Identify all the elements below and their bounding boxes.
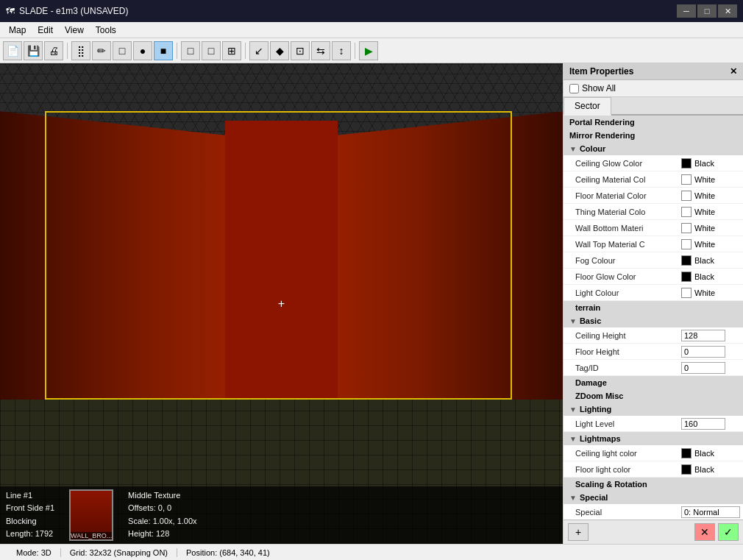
wall-right [327, 111, 563, 423]
tb-select1[interactable]: □ [181, 41, 200, 60]
menu-map[interactable]: Map [3, 24, 32, 37]
wall-bottom-swatch[interactable] [681, 223, 692, 233]
prop-wall-bottom: Wall Bottom Materi White [564, 220, 743, 236]
floor-light-color-value[interactable]: Black [681, 464, 740, 475]
ceiling-light-color-text: Black [694, 449, 714, 458]
scale: Scale: 1.00x, 1.00x [128, 515, 197, 528]
tb-snap[interactable]: ◆ [270, 41, 289, 60]
maximize-button[interactable]: □ [697, 4, 717, 18]
ceiling-glow-swatch[interactable] [681, 158, 692, 169]
light-colour-swatch[interactable] [681, 288, 692, 298]
floor-light-color-swatch[interactable] [681, 464, 692, 475]
props-list[interactable]: Portal Rendering Mirror Rendering ▼ Colo… [564, 116, 743, 520]
ceiling-glow-value[interactable]: Black [681, 158, 740, 169]
light-level-input[interactable] [681, 418, 725, 430]
tb-circle[interactable]: ● [133, 41, 152, 60]
tb-move[interactable]: ↙ [249, 41, 269, 60]
lightmaps-collapse-icon: ▼ [569, 435, 577, 443]
prop-floor-height: Floor Height [564, 344, 743, 360]
viewport-info: Line #1 Front Side #1 Blocking Length: 1… [0, 486, 563, 544]
section-colour[interactable]: ▼ Colour [564, 142, 743, 155]
tab-sector[interactable]: Sector [564, 97, 611, 116]
wall-top-swatch[interactable] [681, 239, 692, 249]
light-level-name: Light Level [575, 419, 681, 428]
wall-left [0, 111, 236, 423]
menu-tools[interactable]: Tools [90, 24, 122, 37]
panel-close-icon[interactable]: ✕ [730, 66, 737, 77]
show-all-checkbox[interactable] [569, 84, 579, 93]
tb-run[interactable]: ▶ [359, 41, 378, 60]
floor-height-value[interactable] [681, 346, 740, 358]
menu-bar: Map Edit View Tools [0, 22, 743, 38]
tb-new[interactable]: 📄 [3, 41, 22, 60]
thing-material-name: Thing Material Colo [575, 208, 681, 216]
prop-floor-material: Floor Material Color White [564, 188, 743, 204]
section-portal-rendering[interactable]: Portal Rendering [564, 116, 743, 129]
section-lighting[interactable]: ▼ Lighting [564, 403, 743, 416]
height: Height: 128 [128, 528, 197, 541]
portal-rendering-label: Portal Rendering [569, 118, 635, 127]
tag-id-input[interactable] [681, 362, 725, 374]
tb-save[interactable]: 💾 [24, 41, 43, 60]
light-colour-value[interactable]: White [681, 288, 740, 298]
toolbar: 📄 💾 🖨 ⣿ ✏ □ ● ■ □ □ ⊞ ↙ ◆ ⊡ ⇆ ↕ ▶ [0, 38, 743, 63]
section-lightmaps[interactable]: ▼ Lightmaps [564, 432, 743, 445]
title-bar-controls[interactable]: ─ □ ✕ [677, 4, 737, 18]
confirm-button[interactable]: ✓ [718, 523, 739, 541]
floor-glow-value[interactable]: Black [681, 272, 740, 282]
damage-label: Damage [575, 378, 607, 387]
floor-height-name: Floor Height [575, 347, 681, 356]
tb-fill[interactable]: ■ [154, 41, 173, 60]
tb-select2[interactable]: □ [202, 41, 221, 60]
floor-material-value[interactable]: White [681, 191, 740, 201]
section-basic[interactable]: ▼ Basic [564, 314, 743, 327]
section-special[interactable]: ▼ Special [564, 491, 743, 504]
prop-ceiling-light-color: Ceiling light color Black [564, 445, 743, 461]
delete-button[interactable]: ✕ [694, 523, 715, 541]
tb-grid2[interactable]: ⊞ [222, 41, 241, 60]
lighting-collapse-icon: ▼ [569, 405, 577, 414]
special-collapse-icon: ▼ [569, 494, 577, 502]
tb-print[interactable]: 🖨 [44, 41, 63, 60]
menu-view[interactable]: View [59, 24, 90, 37]
ceiling-light-color-value[interactable]: Black [681, 448, 740, 458]
ceiling-height-value[interactable] [681, 330, 740, 341]
wall-top-value[interactable]: White [681, 239, 740, 249]
tb-align[interactable]: ↕ [332, 41, 351, 60]
add-property-button[interactable]: + [568, 523, 589, 541]
ceiling-height-name: Ceiling Height [575, 331, 681, 340]
section-zdoom-misc: ZDoom Misc [564, 389, 743, 403]
ceiling-material-value[interactable]: White [681, 174, 740, 185]
viewport[interactable]: + Line #1 Front Side #1 Blocking Length:… [0, 63, 563, 544]
special-value[interactable] [681, 506, 740, 518]
mode-status: Mode: 3D [7, 548, 61, 557]
ceiling-light-color-swatch[interactable] [681, 448, 692, 458]
fog-colour-value[interactable]: Black [681, 255, 740, 266]
floor-material-swatch[interactable] [681, 191, 692, 201]
tb-grid[interactable]: ⣿ [71, 41, 90, 60]
lighting-label: Lighting [580, 405, 611, 414]
texture-name: WALL_BRO... [71, 532, 112, 539]
tb-draw[interactable]: ✏ [92, 41, 111, 60]
thing-material-value[interactable]: White [681, 207, 740, 217]
ceiling-material-swatch[interactable] [681, 174, 692, 185]
panel-bottom: + ✕ ✓ [564, 520, 743, 544]
thing-material-swatch[interactable] [681, 207, 692, 217]
ceiling-height-input[interactable] [681, 330, 725, 341]
floor-glow-swatch[interactable] [681, 272, 692, 282]
prop-floor-glow: Floor Glow Color Black [564, 269, 743, 285]
grid-status: Grid: 32x32 (Snapping ON) [61, 548, 177, 557]
menu-edit[interactable]: Edit [32, 24, 59, 37]
wall-bottom-value[interactable]: White [681, 223, 740, 233]
floor-height-input[interactable] [681, 346, 725, 358]
tag-id-value[interactable] [681, 362, 740, 374]
tb-rect[interactable]: □ [113, 41, 132, 60]
section-mirror-rendering[interactable]: Mirror Rendering [564, 129, 743, 142]
tb-flip[interactable]: ⇆ [311, 41, 330, 60]
close-button[interactable]: ✕ [718, 4, 737, 18]
minimize-button[interactable]: ─ [677, 4, 696, 18]
light-level-value[interactable] [681, 418, 740, 430]
fog-colour-swatch[interactable] [681, 255, 692, 266]
tb-sector[interactable]: ⊡ [291, 41, 310, 60]
special-input[interactable] [681, 506, 740, 518]
